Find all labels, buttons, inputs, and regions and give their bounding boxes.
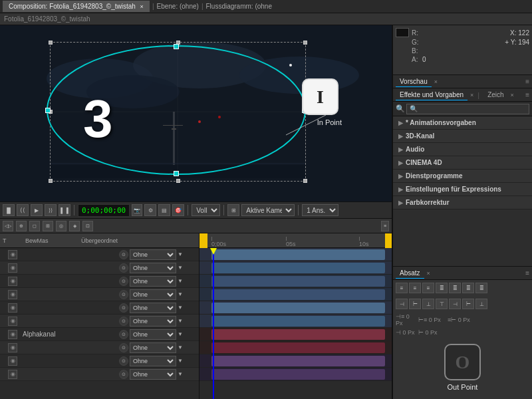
layer-row[interactable]: ◉ ⊙ Ohne ▼ (0, 288, 199, 301)
layer-icon[interactable]: ⊙ (119, 317, 128, 326)
playhead[interactable] (213, 248, 214, 399)
layer-eye[interactable]: ◉ (8, 356, 17, 366)
layer-icon[interactable]: ⊙ (119, 343, 128, 352)
align-btn-left[interactable]: ≡ (396, 283, 408, 293)
grid-btn[interactable]: ⊞ (227, 204, 239, 216)
transport-btn-2[interactable]: ⟨⟨ (17, 204, 29, 216)
composition-tab[interactable]: Composition: Fotolia_61942803_©_twistah … (3, 1, 150, 12)
fluss-tab[interactable]: Flussdiagramm: (ohne (205, 3, 271, 10)
tl-btn-6[interactable]: ◈ (69, 221, 80, 231)
effects-menu[interactable]: ≡ (525, 91, 529, 98)
camera-select[interactable]: Aktive Kamera (241, 204, 295, 216)
align-btn-9[interactable]: ⊣ (449, 299, 461, 309)
align-btn-8[interactable]: ⊤ (436, 299, 448, 309)
parent-select[interactable]: Ohne (130, 329, 176, 340)
vorschau-menu[interactable]: ≡ (525, 78, 529, 85)
handle-bm[interactable] (176, 179, 180, 183)
track-bar-3[interactable] (211, 276, 385, 287)
parent-select[interactable]: Ohne (130, 289, 176, 300)
tab-vorschau[interactable]: Vorschau (396, 76, 432, 87)
track-bar-5[interactable] (211, 303, 385, 313)
ellipse-handle-bottom[interactable] (174, 171, 179, 176)
layer-row[interactable]: ◉ ⊙ Ohne ▼ (0, 248, 199, 261)
layer-icon[interactable]: ⊙ (119, 330, 128, 339)
layer-eye[interactable]: ◉ (8, 303, 17, 313)
color-swatch[interactable] (396, 28, 409, 37)
effects-item-animationsvorgaben[interactable]: ▶ * Animationsvorgaben (393, 116, 532, 130)
parent-select[interactable]: Ohne (130, 342, 176, 353)
handle-tr[interactable] (303, 41, 307, 45)
tab-absatz[interactable]: Absatz (396, 268, 424, 279)
layer-icon[interactable]: ⊙ (119, 290, 128, 299)
absatz-close[interactable]: × (427, 270, 430, 277)
track-bar-4[interactable] (211, 289, 385, 300)
transport-btn-5[interactable]: ▌▐ (59, 204, 70, 216)
quality-select[interactable]: Voll (192, 204, 220, 216)
handle-bl[interactable] (49, 179, 53, 183)
parent-select[interactable]: Ohne (130, 356, 176, 366)
layer-eye[interactable]: ◉ (8, 290, 17, 299)
tab-close[interactable]: × (140, 3, 144, 10)
layer-row[interactable]: ◉ ⊙ Ohne ▼ (0, 341, 199, 354)
align-btn-justify2[interactable]: ≣ (449, 283, 461, 293)
layer-eye[interactable]: ◉ (8, 370, 17, 379)
effekte-close[interactable]: × (470, 92, 473, 98)
layer-row[interactable]: ◉ ⊙ Ohne ▼ (0, 301, 199, 315)
effects-item-3dkanal[interactable]: ▶ 3D-Kanal (393, 130, 532, 143)
transport-btn-4[interactable]: ⟩⟩ (45, 204, 57, 216)
layer-row[interactable]: ◉ ⊙ Ohne ▼ (0, 275, 199, 288)
parent-select[interactable]: Ohne (130, 263, 176, 273)
align-btn-11[interactable]: ⊥ (475, 299, 487, 309)
parent-select[interactable]: Ohne (130, 316, 176, 327)
transport-btn-7[interactable]: ▤ (158, 204, 170, 216)
layer-icon[interactable]: ⊙ (119, 303, 128, 313)
tab-effekte[interactable]: Effekte und Vorgaben (396, 90, 467, 100)
transport-btn-8[interactable]: 🎯 (172, 204, 184, 216)
parent-select[interactable]: Ohne (130, 303, 176, 313)
tl-btn-1[interactable]: ◁▷ (3, 221, 13, 231)
handle-br[interactable] (303, 179, 307, 183)
views-select[interactable]: 1 Ans... (302, 204, 338, 216)
tl-btn-4[interactable]: ⊞ (43, 221, 53, 231)
track-bar-9[interactable] (211, 356, 385, 366)
layer-eye[interactable]: ◉ (8, 250, 17, 259)
track-bar-6[interactable] (211, 316, 385, 327)
align-btn-justify[interactable]: ≣ (436, 283, 448, 293)
parent-select[interactable]: Ohne (130, 249, 176, 260)
align-btn-6[interactable]: ⊢ (409, 299, 421, 309)
align-btn-5[interactable]: ⊣ (396, 299, 408, 309)
vorschau-close[interactable]: × (434, 78, 438, 85)
layer-row-alphakanal[interactable]: ◉ Alphakanal ⊙ Ohne ▼ (0, 328, 199, 341)
align-btn-justify4[interactable]: ≣ (475, 283, 487, 293)
camera-icon[interactable]: 📷 (132, 204, 142, 216)
parent-select[interactable]: Ohne (130, 369, 176, 380)
layer-icon[interactable]: ⊙ (119, 250, 128, 259)
effects-item-expressions[interactable]: ▶ Einstellungen für Expressions (393, 183, 532, 196)
align-btn-right[interactable]: ≡ (422, 283, 434, 293)
tab-zeich[interactable]: Zeich (483, 90, 507, 100)
tl-btn-3[interactable]: ◻ (29, 221, 40, 231)
tl-scroll-right[interactable]: ≡ (381, 221, 389, 231)
tl-btn-2[interactable]: ⊕ (16, 221, 27, 231)
align-btn-center[interactable]: ≡ (409, 283, 421, 293)
absatz-menu[interactable]: ≡ (525, 269, 529, 277)
transport-btn-6[interactable]: ⚙ (144, 204, 156, 216)
layer-eye[interactable]: ◉ (8, 263, 17, 273)
tl-btn-5[interactable]: ◎ (56, 221, 66, 231)
ellipse-handle-top[interactable] (174, 44, 179, 49)
transport-btn-3[interactable]: ▶ (31, 204, 43, 216)
layer-row[interactable]: ◉ ⊙ Ohne ▼ (0, 354, 199, 368)
layer-eye[interactable]: ◉ (8, 343, 17, 352)
ebene-tab[interactable]: Ebene: (ohne) (156, 3, 198, 10)
layer-eye[interactable]: ◉ (8, 330, 17, 339)
ellipse-handle-left[interactable] (45, 108, 51, 113)
layer-icon[interactable]: ⊙ (119, 370, 128, 379)
align-btn-10[interactable]: ⊢ (462, 299, 474, 309)
align-btn-7[interactable]: ⊥ (422, 299, 434, 309)
layer-row[interactable]: ◉ ⊙ Ohne ▼ (0, 261, 199, 275)
layer-row[interactable]: ◉ ⊙ Ohne ▼ (0, 315, 199, 328)
search-input[interactable] (406, 104, 529, 114)
layer-icon[interactable]: ⊙ (119, 263, 128, 273)
layer-eye[interactable]: ◉ (8, 317, 17, 326)
track-bar-2[interactable] (211, 263, 385, 273)
